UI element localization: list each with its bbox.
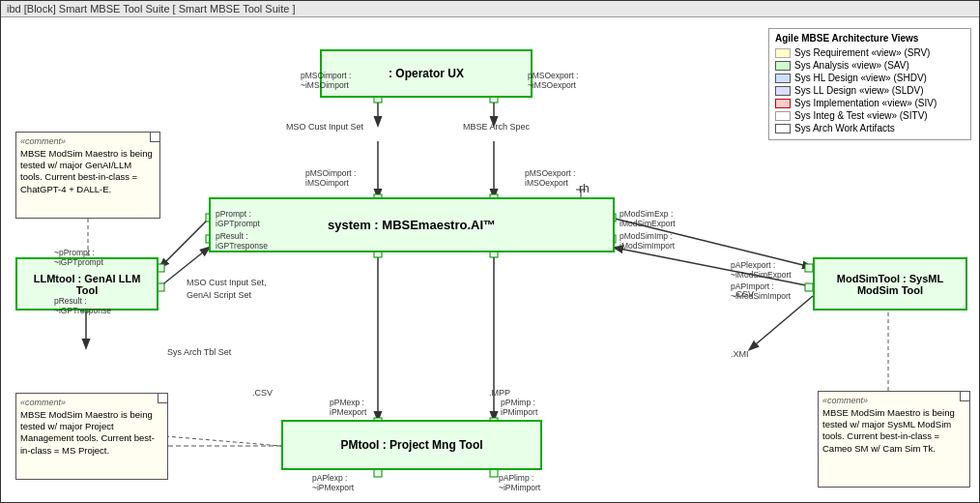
port-label-presult-llm2: pResult :iGPTresponse (216, 231, 268, 251)
port-label-papimport: pAPImport :~iModSimImport (731, 281, 791, 301)
port-label-pmsoexport-top: pMSOexport :~iMSOexport (528, 71, 578, 90)
legend-label-sitv: Sys Integ & Test «view» (SITV) (794, 110, 928, 121)
comment-text-1: MBSE ModSim Maestro is being tested w/ m… (20, 148, 153, 194)
mbse-maestro-block: system : MBSEmaestro.AI™ (209, 197, 615, 252)
title-bar: ibd [Block] Smart MBSE Tool Suite [ Smar… (1, 1, 979, 17)
main-container: ibd [Block] Smart MBSE Tool Suite [ Smar… (0, 0, 980, 503)
legend-label-shdv: Sys HL Design «view» (SHDV) (794, 73, 927, 83)
svg-line-4 (160, 219, 209, 267)
legend-color-work-artifacts (775, 124, 791, 133)
legend-item-sldv: Sys LL Design «view» (SLDV) (775, 85, 965, 96)
llm-tool-title: LLMtool : GenAI LLM Tool (34, 273, 141, 296)
legend-item-sitv: Sys Integ & Test «view» (SITV) (775, 110, 965, 121)
sys-arch-tbl-label: Sys Arch Tbl Set (167, 347, 231, 357)
port-label-paplexport: pAPlexport :~iModSimExport (731, 260, 792, 280)
mso-cust-label: MSO Cust Input Set (286, 122, 363, 132)
mso-cust-genai-label: MSO Cust Input Set,GenAI Script Set (187, 277, 267, 301)
rh-symbol: rh (579, 182, 590, 195)
legend-label-sav: Sys Analysis «view» (SAV) (794, 60, 909, 71)
legend-item-srv: Sys Requirement «view» (SRV) (775, 47, 965, 58)
legend: Agile MBSE Architecture Views Sys Requir… (768, 28, 971, 140)
csv-left-label: .CSV (252, 388, 273, 398)
port-label-paplimp: pAPlimp :~iPMimport (499, 473, 540, 492)
legend-color-srv (775, 48, 791, 58)
comment-box-1: MBSE ModSim Maestro is being tested w/ m… (15, 132, 160, 219)
comment-text-2: MBSE ModSim Maestro is being tested w/ m… (20, 409, 155, 456)
title-text: ibd [Block] Smart MBSE Tool Suite [ Smar… (7, 3, 296, 15)
comment-box-2: MBSE ModSim Maestro is being tested w/ m… (15, 393, 168, 480)
port-label-ppmimp: pPMimp :iPMimport (501, 398, 537, 417)
operator-ux-block: : Operator UX (320, 49, 533, 98)
port-label-paplexp: pAPlexp :~iPMexport (312, 473, 354, 492)
svg-rect-36 (490, 469, 498, 477)
comment-corner-3 (960, 392, 969, 401)
port-label-pmsoimport-mid: pMSOimport :iMSOimport (305, 168, 356, 188)
comment-corner-1 (150, 133, 159, 142)
legend-color-siv (775, 99, 791, 108)
legend-label-siv: Sys Implementation «view» (SIV) (794, 98, 937, 108)
legend-item-shdv: Sys HL Design «view» (SHDV) (775, 73, 965, 83)
mbse-maestro-title: system : MBSEmaestro.AI™ (328, 218, 496, 232)
legend-color-sldv (775, 86, 791, 96)
legend-item-siv: Sys Implementation «view» (SIV) (775, 98, 965, 108)
port-label-presult-llm1: pResult :~iGPTresponse (54, 296, 111, 315)
comment-box-3: MBSE ModSim Maestro is being tested w/ m… (818, 391, 970, 488)
diagram-area: : Operator UX system : MBSEmaestro.AI™ L… (1, 20, 979, 502)
svg-rect-31 (805, 264, 813, 272)
legend-color-sitv (775, 111, 791, 121)
port-label-ppmexp: pPMexp :iPMexport (330, 398, 366, 417)
svg-rect-32 (805, 283, 813, 291)
legend-color-sav (775, 61, 791, 71)
comment-corner-2 (158, 394, 167, 403)
pm-tool-block: PMtool : Project Mng Tool (281, 420, 542, 470)
legend-label-work-artifacts: Sys Arch Work Artifacts (794, 123, 895, 133)
port-label-pprompt-llm2: pPrompt :iGPTprompt (216, 209, 260, 228)
legend-title: Agile MBSE Architecture Views (775, 33, 965, 44)
svg-line-14 (165, 436, 281, 446)
mpp-label: .MPP (489, 388, 510, 398)
svg-line-12 (750, 296, 813, 349)
legend-label-sldv: Sys LL Design «view» (SLDV) (794, 85, 924, 96)
legend-item-sav: Sys Analysis «view» (SAV) (775, 60, 965, 71)
port-label-pmodsimimp-1: pModSimImp :iModSimImport (620, 231, 675, 251)
legend-color-shdv (775, 74, 791, 83)
svg-rect-35 (374, 469, 382, 477)
operator-ux-title: : Operator UX (389, 67, 464, 80)
pm-tool-title: PMtool : Project Mng Tool (340, 438, 482, 452)
port-label-pprompt-llm1: ~pPrompt :~iGPTprompt (54, 248, 103, 267)
legend-item-work-artifacts: Sys Arch Work Artifacts (775, 123, 965, 133)
modsim-tool-block: ModSimTool : SysML ModSim Tool (813, 257, 967, 311)
xmi-label: .XMI (731, 349, 749, 359)
port-label-pmsoimport-top: pMSOimport :~iMSOimport (301, 71, 351, 90)
port-label-pmsoexport-mid: pMSOexport :iMSOexport (525, 168, 575, 188)
mbse-arch-spec-label: MBSE Arch Spec (463, 122, 530, 132)
modsim-tool-title: ModSimTool : SysML ModSim Tool (837, 273, 943, 296)
comment-text-3: MBSE ModSim Maestro is being tested w/ m… (822, 407, 955, 454)
legend-label-srv: Sys Requirement «view» (SRV) (794, 47, 930, 58)
port-label-pmodsimexp-1: pModSimExp :iModSimExport (620, 209, 676, 228)
